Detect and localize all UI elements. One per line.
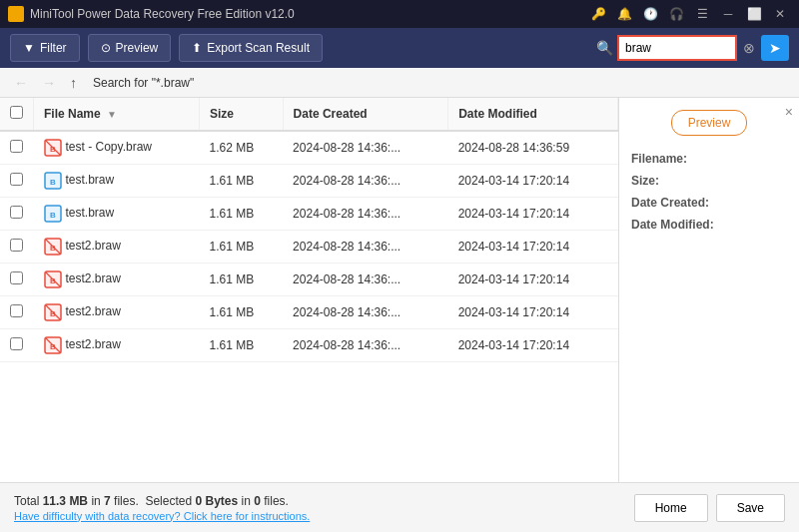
export-button[interactable]: ⬆ Export Scan Result <box>179 34 323 62</box>
row-checkbox-cell <box>0 165 34 198</box>
row-date-created: 2024-08-28 14:36:... <box>283 165 448 198</box>
search-area: 🔍 ⊗ ➤ <box>596 35 789 61</box>
table-row[interactable]: B test2.braw1.61 MB2024-08-28 14:36:...2… <box>0 329 618 362</box>
row-checkbox[interactable] <box>10 206 23 219</box>
row-date-created: 2024-08-28 14:36:... <box>283 264 448 296</box>
search-input[interactable] <box>617 35 737 61</box>
size-info-row: Size: <box>631 174 659 188</box>
row-filename: B test2.braw <box>34 296 200 329</box>
table-row[interactable]: B test.braw1.61 MB2024-08-28 14:36:...20… <box>0 198 618 231</box>
headphone-icon: 🎧 <box>665 3 687 25</box>
nav-back-button[interactable]: ← <box>10 73 32 93</box>
row-size: 1.61 MB <box>200 329 284 362</box>
nav-bar: ← → ↑ Search for "*.braw" <box>0 68 799 98</box>
close-button[interactable]: ✕ <box>769 3 791 25</box>
key-icon: 🔑 <box>587 3 609 25</box>
row-checkbox[interactable] <box>10 239 23 252</box>
close-panel-button[interactable]: × <box>785 104 793 120</box>
row-filename: B test.braw <box>34 198 200 231</box>
filename-sort-icon[interactable]: ▼ <box>107 109 117 120</box>
search-go-button[interactable]: ➤ <box>761 35 789 61</box>
preview-panel-button[interactable]: Preview <box>671 110 748 136</box>
row-checkbox[interactable] <box>10 173 23 186</box>
filename-info-label: Filename: <box>631 152 687 166</box>
row-date-modified: 2024-08-28 14:36:59 <box>448 131 618 165</box>
app-title: MiniTool Power Data Recovery Free Editio… <box>30 7 295 21</box>
row-checkbox-cell <box>0 329 34 362</box>
row-size: 1.61 MB <box>200 231 284 264</box>
table-row[interactable]: B test - Copy.braw1.62 MB2024-08-28 14:3… <box>0 131 618 165</box>
file-type-icon: B <box>44 239 66 253</box>
home-button[interactable]: Home <box>634 494 708 522</box>
row-filename-text: test2.braw <box>66 337 121 351</box>
file-type-icon: B <box>44 304 66 318</box>
row-checkbox[interactable] <box>10 304 23 317</box>
nav-forward-button[interactable]: → <box>38 73 60 93</box>
table-row[interactable]: B test2.braw1.61 MB2024-08-28 14:36:...2… <box>0 231 618 264</box>
file-type-icon: B <box>44 206 66 220</box>
date-modified-info-row: Date Modified: <box>631 218 714 232</box>
filename-info-row: Filename: <box>631 152 687 166</box>
row-checkbox-cell <box>0 131 34 165</box>
file-panel: File Name ▼ Size Date Created Date Modif… <box>0 98 619 482</box>
filter-button[interactable]: ▼ Filter <box>10 34 80 62</box>
size-header: Size <box>200 98 284 131</box>
row-date-created: 2024-08-28 14:36:... <box>283 131 448 165</box>
title-bar: MiniTool Power Data Recovery Free Editio… <box>0 0 799 28</box>
table-row[interactable]: B test2.braw1.61 MB2024-08-28 14:36:...2… <box>0 264 618 296</box>
select-all-header[interactable] <box>0 98 34 131</box>
row-size: 1.61 MB <box>200 165 284 198</box>
status-texts: Total 11.3 MB in 7 files. Selected 0 Byt… <box>14 494 310 522</box>
file-table: File Name ▼ Size Date Created Date Modif… <box>0 98 618 362</box>
row-checkbox-cell <box>0 296 34 329</box>
row-size: 1.61 MB <box>200 264 284 296</box>
date-modified-header: Date Modified <box>448 98 618 131</box>
row-checkbox[interactable] <box>10 140 23 153</box>
filename-header: File Name ▼ <box>34 98 200 131</box>
table-row[interactable]: B test.braw1.61 MB2024-08-28 14:36:...20… <box>0 165 618 198</box>
row-filename-text: test2.braw <box>66 271 121 285</box>
date-created-header: Date Created <box>283 98 448 131</box>
menu-icon[interactable]: ☰ <box>691 3 713 25</box>
size-info-label: Size: <box>631 174 659 188</box>
search-clear-button[interactable]: ⊗ <box>741 38 757 58</box>
clock-icon: 🕐 <box>639 3 661 25</box>
row-checkbox[interactable] <box>10 271 23 284</box>
row-size: 1.61 MB <box>200 198 284 231</box>
file-type-icon: B <box>44 140 66 154</box>
save-button[interactable]: Save <box>716 494 785 522</box>
table-row[interactable]: B test2.braw1.61 MB2024-08-28 14:36:...2… <box>0 296 618 329</box>
preview-icon: ⊙ <box>101 41 111 55</box>
row-date-created: 2024-08-28 14:36:... <box>283 198 448 231</box>
nav-up-button[interactable]: ↑ <box>66 73 81 93</box>
row-date-created: 2024-08-28 14:36:... <box>283 329 448 362</box>
row-filename: B test.braw <box>34 165 200 198</box>
row-checkbox[interactable] <box>10 337 23 350</box>
row-date-modified: 2024-03-14 17:20:14 <box>448 165 618 198</box>
row-size: 1.62 MB <box>200 131 284 165</box>
title-bar-left: MiniTool Power Data Recovery Free Editio… <box>8 6 295 22</box>
status-actions: Home Save <box>634 494 785 522</box>
row-filename-text: test - Copy.braw <box>66 140 152 154</box>
help-link[interactable]: Have difficulty with data recovery? Clic… <box>14 510 310 522</box>
main-content: File Name ▼ Size Date Created Date Modif… <box>0 98 799 482</box>
search-icon: 🔍 <box>596 40 613 56</box>
select-all-checkbox[interactable] <box>10 106 23 119</box>
date-created-info-row: Date Created: <box>631 196 709 210</box>
row-checkbox-cell <box>0 198 34 231</box>
row-filename: B test - Copy.braw <box>34 131 200 165</box>
file-type-icon: B <box>44 337 66 351</box>
svg-text:B: B <box>50 211 56 220</box>
row-date-created: 2024-08-28 14:36:... <box>283 296 448 329</box>
row-checkbox-cell <box>0 264 34 296</box>
minimize-button[interactable]: ─ <box>717 3 739 25</box>
app-icon <box>8 6 24 22</box>
restore-button[interactable]: ⬜ <box>743 3 765 25</box>
toolbar: ▼ Filter ⊙ Preview ⬆ Export Scan Result … <box>0 28 799 68</box>
row-date-modified: 2024-03-14 17:20:14 <box>448 329 618 362</box>
file-type-icon: B <box>44 173 66 187</box>
row-filename: B test2.braw <box>34 264 200 296</box>
row-filename: B test2.braw <box>34 329 200 362</box>
preview-toolbar-button[interactable]: ⊙ Preview <box>88 34 172 62</box>
right-panel: × Preview Filename: Size: Date Created: … <box>619 98 799 482</box>
